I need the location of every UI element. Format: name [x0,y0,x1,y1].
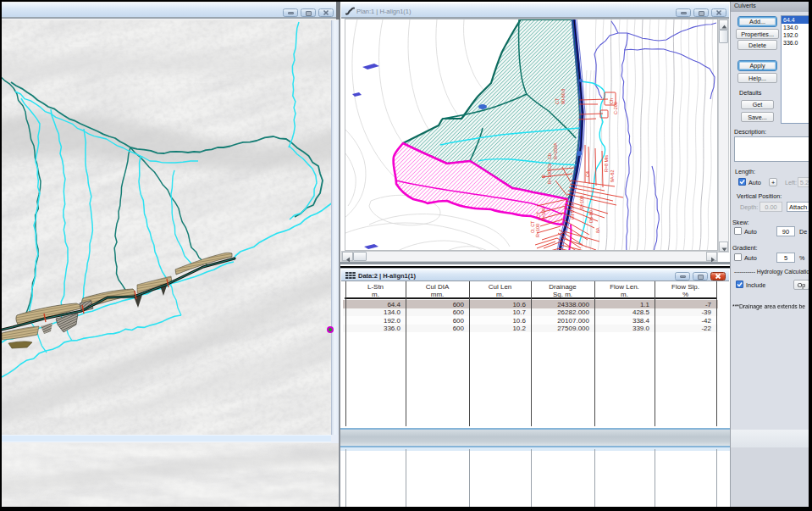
svg-text:R: R [541,175,546,178]
svg-text:Cb: Cb [547,153,552,159]
svg-text:R=100: R=100 [541,208,546,221]
svg-text:D5-80: D5-80 [588,210,594,223]
svg-text:8A: 8A [595,227,600,233]
svg-text:mt-0.50: mt-0.50 [570,204,575,219]
svg-text:R=100: R=100 [579,196,584,209]
svg-text:CT: CT [555,97,560,104]
svg-text:C4: C4 [585,171,590,177]
svg-text:R=250A: R=250A [553,142,558,159]
svg-text:R=100: R=100 [535,224,540,237]
svg-text:R=100 Cb: R=100 Cb [547,164,552,184]
svg-text:C-200: C-200 [613,102,618,114]
svg-text:9A-62: 9A-62 [610,170,615,182]
svg-text:R=8 Mis: R=8 Mis [604,155,609,172]
svg-text:90-60.8: 90-60.8 [561,89,566,104]
